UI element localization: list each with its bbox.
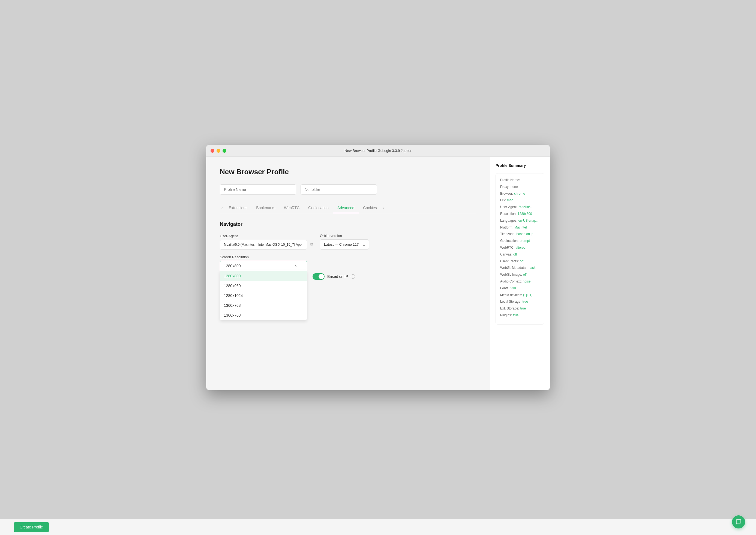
top-fields <box>220 184 476 195</box>
summary-val-geolocation: prompt <box>519 239 530 243</box>
titlebar: New Browser Profile GoLogin 3.3.9 Jupite… <box>206 145 550 157</box>
useragent-row: ⧉ <box>220 240 315 249</box>
summary-key-webrtc: WebRTC: <box>500 245 514 250</box>
summary-val-mediadevices: (1|1|1) <box>523 293 532 297</box>
summary-key-mediadevices: Media devices: <box>500 293 522 297</box>
summary-row-timezone: Timezone: based on ip <box>500 232 540 237</box>
minimize-button[interactable] <box>216 149 220 153</box>
summary-row-plugins: Plugins: true <box>500 313 540 318</box>
summary-key-geolocation: Geolocation: <box>500 239 518 243</box>
summary-val-useragent: Mozilla/... <box>519 205 533 210</box>
resolution-label: Screen Resolution <box>220 255 476 259</box>
orbita-select[interactable]: Latest — Chrome 117 <box>320 239 369 249</box>
summary-row-browser: Browser: chrome <box>500 191 540 196</box>
summary-row-localstorage: Local Storage: true <box>500 299 540 304</box>
summary-key-webglimage: WebGL Image: <box>500 272 522 277</box>
orbita-group: Orbita version Latest — Chrome 117 <box>320 234 369 249</box>
tabs-bar: ‹ Extensions Bookmarks WebRTC Geolocatio… <box>220 203 476 213</box>
summary-key-languages: Languages: <box>500 218 518 223</box>
summary-row-proxy: Proxy: none <box>500 184 540 189</box>
useragent-input[interactable] <box>220 240 307 249</box>
summary-val-timezone: based on ip <box>517 232 533 237</box>
useragent-group: User-Agent ⧉ <box>220 234 315 249</box>
summary-key-canvas: Canvas: <box>500 252 512 257</box>
navigator-section: Navigator User-Agent ⧉ Orbita version <box>220 221 476 312</box>
maximize-button[interactable] <box>223 149 226 153</box>
tab-extensions[interactable]: Extensions <box>224 203 252 213</box>
summary-key-proxy: Proxy: <box>500 184 510 189</box>
tab-advanced[interactable]: Advanced <box>333 203 359 213</box>
summary-val-webglmeta: mask <box>528 266 536 270</box>
summary-val-os: mac <box>507 198 513 203</box>
resolution-option-1280x800[interactable]: 1280x800 <box>220 271 307 281</box>
summary-val-resolution: 1280x800 <box>518 211 532 216</box>
summary-row-extstorage: Ext. Storage: true <box>500 306 540 311</box>
based-on-ip-toggle[interactable] <box>313 273 324 280</box>
tab-geolocation[interactable]: Geolocation <box>304 203 333 213</box>
summary-card: Profile Name: Proxy: none Browser: chrom… <box>495 173 545 324</box>
summary-key-extstorage: Ext. Storage: <box>500 306 519 311</box>
summary-row-audio: Audio Context: noise <box>500 279 540 284</box>
tabs-prev-button[interactable]: ‹ <box>220 204 224 212</box>
summary-row-platform: Platform: MacIntel <box>500 225 540 230</box>
summary-row-languages: Languages: en-US,en,q... <box>500 218 540 223</box>
summary-key-localstorage: Local Storage: <box>500 299 521 304</box>
based-on-ip-info-icon[interactable]: i <box>351 274 355 279</box>
summary-val-platform: MacIntel <box>514 225 527 230</box>
summary-row-os: OS: mac <box>500 198 540 203</box>
resolution-field: Screen Resolution 1280x800 ∧ 1280x800 12… <box>220 255 476 271</box>
chevron-up-icon: ∧ <box>294 264 297 268</box>
summary-row-geolocation: Geolocation: prompt <box>500 239 540 243</box>
copy-useragent-button[interactable]: ⧉ <box>309 241 315 248</box>
profile-name-input[interactable] <box>220 184 296 195</box>
summary-key-webglmeta: WebGL Metadata: <box>500 266 527 270</box>
resolution-option-1280x1024[interactable]: 1280x1024 <box>220 291 307 300</box>
summary-key-plugins: Plugins: <box>500 313 512 318</box>
summary-row-webrtc: WebRTC: altered <box>500 245 540 250</box>
resolution-select-wrapper: 1280x800 ∧ 1280x800 1280x960 1280x1024 1… <box>220 261 307 271</box>
traffic-lights <box>210 149 226 153</box>
summary-val-webglimage: off <box>523 272 527 277</box>
tab-webrtc[interactable]: WebRTC <box>280 203 304 213</box>
folder-input[interactable] <box>300 184 377 195</box>
resolution-dropdown: 1280x800 1280x960 1280x1024 1360x768 136… <box>220 271 307 321</box>
page-title: New Browser Profile <box>220 168 476 176</box>
summary-val-extstorage: true <box>520 306 526 311</box>
orbita-label: Orbita version <box>320 234 369 238</box>
summary-key-browser: Browser: <box>500 191 513 196</box>
based-on-ip-label: Based on IP <box>327 274 348 279</box>
summary-val-plugins: true <box>513 313 519 318</box>
summary-key-resolution: Resolution: <box>500 211 517 216</box>
tab-cookies[interactable]: Cookies <box>359 203 381 213</box>
resolution-option-1360x768[interactable]: 1360x768 <box>220 300 307 310</box>
tab-bookmarks[interactable]: Bookmarks <box>252 203 280 213</box>
summary-key-fonts: Fonts: <box>500 286 509 291</box>
summary-val-canvas: off <box>513 252 517 257</box>
summary-key-useragent: User-Agent: <box>500 205 518 210</box>
summary-row-clientrects: Client Rects: off <box>500 259 540 264</box>
summary-val-webrtc: altered <box>516 245 525 250</box>
summary-key-platform: Platform: <box>500 225 513 230</box>
resolution-option-1280x960[interactable]: 1280x960 <box>220 281 307 291</box>
app-window: New Browser Profile GoLogin 3.3.9 Jupite… <box>206 145 550 390</box>
summary-row-profilename: Profile Name: <box>500 178 540 183</box>
resolution-option-1366x768[interactable]: 1366x768 <box>220 310 307 320</box>
summary-row-fonts: Fonts: 238 <box>500 286 540 291</box>
summary-val-proxy: none <box>511 184 518 189</box>
resolution-selected-value: 1280x800 <box>224 264 241 268</box>
navigator-title: Navigator <box>220 221 476 227</box>
summary-row-webglmeta: WebGL Metadata: mask <box>500 266 540 270</box>
summary-val-browser: chrome <box>514 191 525 196</box>
summary-key-audio: Audio Context: <box>500 279 522 284</box>
summary-val-clientrects: off <box>520 259 523 264</box>
summary-key-clientrects: Client Rects: <box>500 259 519 264</box>
based-on-ip-row: Based on IP i <box>313 273 476 280</box>
tabs-next-button[interactable]: › <box>381 204 386 212</box>
summary-row-resolution: Resolution: 1280x800 <box>500 211 540 216</box>
close-button[interactable] <box>210 149 214 153</box>
main-panel: New Browser Profile ‹ Extensions Bookmar… <box>206 157 490 390</box>
resolution-select-button[interactable]: 1280x800 ∧ <box>220 261 307 271</box>
summary-val-localstorage: true <box>522 299 528 304</box>
sidebar: Profile Summary Profile Name: Proxy: non… <box>490 157 550 390</box>
summary-key-profilename: Profile Name: <box>500 178 520 183</box>
